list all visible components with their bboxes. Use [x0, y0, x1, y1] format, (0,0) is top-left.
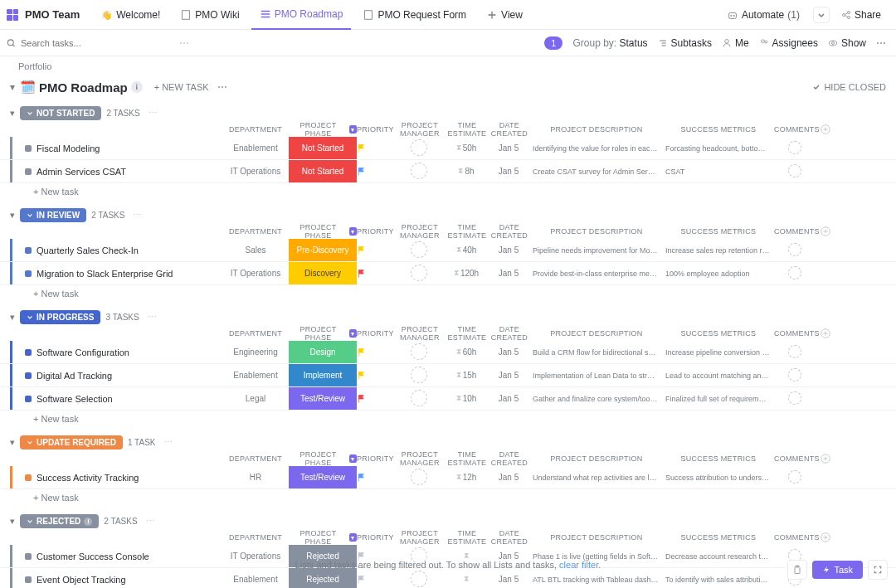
expand-button[interactable] — [868, 560, 888, 580]
task-comments[interactable] — [773, 266, 816, 281]
col-estimate[interactable]: TIME ESTIMATE — [446, 121, 489, 138]
col-department[interactable]: DEPARTMENT — [222, 533, 289, 542]
task-manager[interactable] — [393, 390, 445, 408]
task-priority[interactable] — [357, 143, 393, 153]
clear-filter-link[interactable]: clear filter — [559, 560, 598, 570]
hide-closed-toggle[interactable]: HIDE CLOSED — [812, 82, 886, 92]
task-department[interactable]: IT Operations — [222, 552, 289, 561]
col-description[interactable]: PROJECT DESCRIPTION — [530, 533, 663, 542]
task-comments[interactable] — [773, 141, 816, 156]
task-description[interactable]: ATL BTL tracking with Tableau dashboard … — [529, 576, 662, 584]
task-row[interactable]: Software Configuration Engineering Desig… — [0, 341, 896, 364]
task-row[interactable]: Migration to Slack Enterprise Grid IT Op… — [0, 262, 896, 285]
status-dot-icon[interactable] — [25, 553, 32, 560]
status-dot-icon[interactable] — [25, 349, 32, 356]
col-description[interactable]: PROJECT DESCRIPTION — [530, 227, 663, 236]
tab-add-view[interactable]: View — [478, 0, 531, 30]
task-metrics[interactable]: Finalized full set of requirements for V… — [662, 395, 773, 403]
task-manager[interactable] — [393, 571, 445, 589]
task-metrics[interactable]: Lead to account matching and handling of… — [662, 372, 773, 380]
task-row[interactable]: Fiscal Modeling Enablement Not Started ⧗… — [0, 137, 896, 160]
status-dot-icon[interactable] — [25, 396, 32, 402]
col-phase[interactable]: PROJECT PHASE ▾ — [289, 121, 357, 138]
add-task-link[interactable]: + New task — [0, 489, 896, 506]
group-collapse-icon[interactable]: ▾ — [10, 210, 15, 221]
col-description[interactable]: PROJECT DESCRIPTION — [530, 125, 663, 134]
col-comments[interactable]: COMMENTS — [774, 227, 820, 236]
task-estimate[interactable]: ⧗10h — [445, 394, 488, 403]
show-button[interactable]: Show — [828, 37, 866, 49]
task-priority[interactable] — [357, 347, 393, 357]
automate-dropdown[interactable] — [813, 7, 830, 23]
add-column-icon[interactable] — [820, 226, 840, 237]
task-description[interactable]: Build a CRM flow for bidirectional sync … — [529, 348, 662, 357]
col-comments[interactable]: COMMENTS — [774, 329, 820, 338]
status-badge[interactable]: IN REVIEW — [20, 208, 86, 222]
group-collapse-icon[interactable]: ▾ — [10, 437, 15, 448]
status-dot-icon[interactable] — [25, 576, 32, 583]
col-estimate[interactable]: TIME ESTIMATE — [446, 529, 489, 546]
task-department[interactable]: Enablement — [222, 371, 289, 380]
task-phase[interactable]: Not Started — [289, 137, 357, 159]
col-phase[interactable]: PROJECT PHASE ▾ — [289, 223, 357, 240]
search-input[interactable] — [7, 38, 173, 48]
status-dot-icon[interactable] — [25, 270, 32, 277]
task-row[interactable]: Admin Services CSAT IT Operations Not St… — [0, 160, 896, 183]
task-manager[interactable] — [393, 343, 445, 362]
task-manager[interactable] — [393, 139, 445, 158]
task-description[interactable]: Provide best-in-class enterprise messagi… — [529, 270, 662, 278]
new-task-button[interactable]: Task — [812, 561, 863, 579]
task-comments[interactable] — [773, 470, 816, 485]
task-metrics[interactable]: Increase sales rep retention rates QoQ a… — [662, 246, 773, 255]
task-phase[interactable]: Test/Review — [289, 387, 357, 410]
task-metrics[interactable]: CSAT — [662, 168, 773, 176]
col-phase[interactable]: PROJECT PHASE ▾ — [289, 450, 357, 467]
task-department[interactable]: Enablement — [222, 575, 289, 584]
workspace-icon[interactable] — [7, 9, 18, 21]
task-manager[interactable] — [393, 241, 445, 260]
task-department[interactable]: Engineering — [222, 347, 289, 357]
col-comments[interactable]: COMMENTS — [774, 125, 820, 134]
col-created[interactable]: DATE CREATED — [489, 121, 530, 138]
col-metrics[interactable]: SUCCESS METRICS — [663, 454, 774, 463]
col-department[interactable]: DEPARTMENT — [222, 454, 289, 463]
me-button[interactable]: Me — [722, 37, 749, 49]
group-by-value[interactable]: Status — [620, 37, 648, 49]
col-metrics[interactable]: SUCCESS METRICS — [663, 227, 774, 236]
col-priority[interactable]: PRIORITY — [357, 454, 394, 463]
task-estimate[interactable]: ⧗50h — [445, 143, 488, 153]
group-more-icon[interactable]: ⋯ — [163, 437, 173, 448]
task-department[interactable]: IT Operations — [222, 167, 289, 176]
col-created[interactable]: DATE CREATED — [489, 223, 530, 240]
group-collapse-icon[interactable]: ▾ — [10, 312, 15, 323]
col-metrics[interactable]: SUCCESS METRICS — [663, 125, 774, 134]
col-description[interactable]: PROJECT DESCRIPTION — [530, 329, 663, 338]
status-badge[interactable]: NOT STARTED — [20, 106, 101, 120]
col-department[interactable]: DEPARTMENT — [222, 227, 289, 236]
tab-welcome[interactable]: 👋 Welcome! — [93, 0, 168, 30]
task-metrics[interactable]: Increase pipeline conversion of new busi… — [662, 348, 773, 357]
task-row[interactable]: Digital Ad Tracking Enablement Implement… — [0, 364, 896, 387]
task-department[interactable]: Enablement — [222, 143, 289, 153]
task-phase[interactable]: Rejected — [289, 568, 357, 588]
add-task-link[interactable]: + New task — [0, 411, 896, 427]
clipboard-button[interactable] — [787, 560, 807, 580]
col-estimate[interactable]: TIME ESTIMATE — [446, 223, 489, 240]
status-badge[interactable]: IN PROGRESS — [20, 310, 100, 324]
status-badge[interactable]: UPDATE REQUIRED — [20, 435, 123, 450]
status-dot-icon[interactable] — [25, 168, 32, 175]
share-button[interactable]: Share — [833, 6, 889, 24]
task-comments[interactable] — [773, 391, 816, 406]
col-estimate[interactable]: TIME ESTIMATE — [446, 450, 489, 467]
col-priority[interactable]: PRIORITY — [357, 125, 394, 134]
group-more-icon[interactable]: ⋯ — [146, 516, 155, 527]
info-icon[interactable]: i — [131, 81, 143, 93]
col-comments[interactable]: COMMENTS — [774, 533, 820, 542]
col-priority[interactable]: PRIORITY — [357, 227, 394, 236]
task-estimate[interactable]: ⧗15h — [445, 371, 488, 380]
col-metrics[interactable]: SUCCESS METRICS — [663, 533, 774, 542]
status-badge[interactable]: REJECTED i — [20, 514, 99, 528]
col-manager[interactable]: PROJECT MANAGER — [394, 223, 446, 240]
task-description[interactable]: Implementation of Lean Data to streamlin… — [529, 372, 662, 380]
filter-badge[interactable]: 1 — [544, 36, 562, 50]
